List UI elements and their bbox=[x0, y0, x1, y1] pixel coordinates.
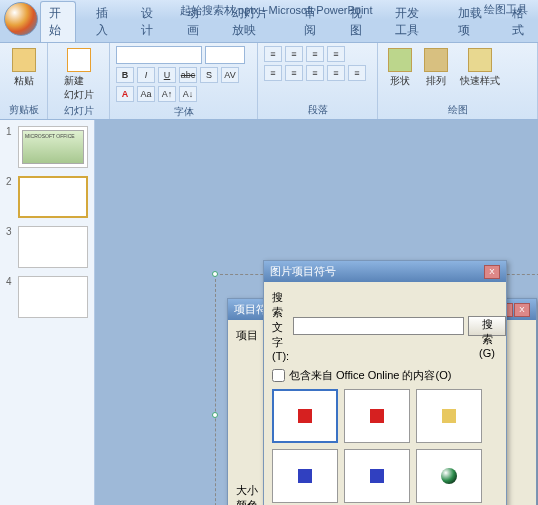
underline-button[interactable]: U bbox=[158, 67, 176, 83]
tab-anim[interactable]: 动画 bbox=[179, 2, 213, 42]
spacing-button[interactable]: AV bbox=[221, 67, 239, 83]
columns-button[interactable]: ≡ bbox=[348, 65, 366, 81]
thumb-2[interactable]: 2 bbox=[6, 176, 88, 218]
bold-button[interactable]: B bbox=[116, 67, 134, 83]
indent-dec-button[interactable]: ≡ bbox=[306, 46, 324, 62]
paste-button[interactable]: 粘贴 bbox=[6, 46, 41, 90]
ribbon-tabs: 开始 插入 设计 动画 幻灯片放映 审阅 视图 开发工具 加载项 格式 bbox=[0, 20, 538, 42]
group-slides: 新建 幻灯片 幻灯片 bbox=[48, 43, 110, 119]
align-center-button[interactable]: ≡ bbox=[285, 65, 303, 81]
square-bullet-icon bbox=[298, 469, 312, 483]
shrink-font-button[interactable]: A↓ bbox=[179, 86, 197, 102]
indent-inc-button[interactable]: ≡ bbox=[327, 46, 345, 62]
thumb-4-img bbox=[18, 276, 88, 318]
tab-dev[interactable]: 开发工具 bbox=[387, 2, 438, 42]
search-label: 搜索文字(T): bbox=[272, 290, 289, 362]
shapes-button[interactable]: 形状 bbox=[384, 46, 416, 90]
font-family-select[interactable] bbox=[116, 46, 202, 64]
thumb-2-img bbox=[18, 176, 88, 218]
tab-insert[interactable]: 插入 bbox=[88, 2, 122, 42]
font-size-select[interactable] bbox=[205, 46, 245, 64]
picture-bullet-title: 图片项目符号 bbox=[270, 264, 336, 279]
grow-font-button[interactable]: A↑ bbox=[158, 86, 176, 102]
bullet-option-5[interactable] bbox=[416, 449, 482, 503]
tab-design[interactable]: 设计 bbox=[133, 2, 167, 42]
quick-styles-button[interactable]: 快速样式 bbox=[456, 46, 504, 90]
square-bullet-icon bbox=[370, 409, 384, 423]
square-bullet-icon bbox=[442, 409, 456, 423]
group-paragraph: ≡ ≡ ≡ ≡ ≡ ≡ ≡ ≡ ≡ 段落 bbox=[258, 43, 378, 119]
bullet-option-3[interactable] bbox=[272, 449, 338, 503]
group-font: B I U abc S AV A Aa A↑ A↓ 字体 bbox=[110, 43, 258, 119]
include-online-label: 包含来自 Office Online 的内容(O) bbox=[289, 368, 451, 383]
bullet-option-2[interactable] bbox=[416, 389, 482, 443]
tab-view[interactable]: 视图 bbox=[342, 2, 376, 42]
bullet-option-4[interactable] bbox=[344, 449, 410, 503]
bullet-option-1[interactable] bbox=[344, 389, 410, 443]
paragraph-label: 段落 bbox=[264, 103, 371, 117]
group-drawing: 形状 排列 快速样式 绘图 bbox=[378, 43, 538, 119]
group-clipboard: 粘贴 剪贴板 bbox=[0, 43, 48, 119]
clipboard-label: 剪贴板 bbox=[6, 103, 41, 117]
shapes-icon bbox=[388, 48, 412, 72]
tab-review[interactable]: 审阅 bbox=[296, 2, 330, 42]
thumb-1[interactable]: 1 MICROSOFT OFFICE bbox=[6, 126, 88, 168]
search-button[interactable]: 搜索(G) bbox=[468, 316, 506, 336]
drawing-label: 绘图 bbox=[384, 103, 531, 117]
italic-button[interactable]: I bbox=[137, 67, 155, 83]
thumb-1-img: MICROSOFT OFFICE bbox=[18, 126, 88, 168]
tab-home[interactable]: 开始 bbox=[40, 1, 76, 42]
tab-slideshow[interactable]: 幻灯片放映 bbox=[224, 2, 284, 42]
ribbon: 粘贴 剪贴板 新建 幻灯片 幻灯片 B I U abc S AV A Aa A↑… bbox=[0, 42, 538, 120]
new-slide-icon bbox=[67, 48, 91, 72]
thumb-3[interactable]: 3 bbox=[6, 226, 88, 268]
justify-button[interactable]: ≡ bbox=[327, 65, 345, 81]
bullets-button[interactable]: ≡ bbox=[264, 46, 282, 62]
square-bullet-icon bbox=[370, 469, 384, 483]
numbering-button[interactable]: ≡ bbox=[285, 46, 303, 62]
change-case-button[interactable]: Aa bbox=[137, 86, 155, 102]
picture-bullet-dialog: 图片项目符号 X 搜索文字(T): 搜索(G) 包含来自 Office Onli… bbox=[263, 260, 507, 505]
picture-bullet-title-bar[interactable]: 图片项目符号 X bbox=[264, 261, 506, 282]
font-label: 字体 bbox=[116, 105, 251, 119]
slides-label: 幻灯片 bbox=[54, 104, 103, 118]
slide-canvas[interactable]: 项目符号和编号 ? X 项目 大小 颜色 重 图片项目符号 X 搜索文字( bbox=[95, 120, 538, 505]
workspace: 1 MICROSOFT OFFICE 2 3 4 项目符号和编号 bbox=[0, 120, 538, 505]
paste-icon bbox=[12, 48, 36, 72]
office-button[interactable] bbox=[4, 2, 38, 36]
thumb-3-img bbox=[18, 226, 88, 268]
square-bullet-icon bbox=[298, 409, 312, 423]
strike-button[interactable]: abc bbox=[179, 67, 197, 83]
back-dialog-close[interactable]: X bbox=[514, 303, 530, 317]
arrange-button[interactable]: 排列 bbox=[420, 46, 452, 90]
shadow-button[interactable]: S bbox=[200, 67, 218, 83]
font-color-button[interactable]: A bbox=[116, 86, 134, 102]
thumb-4[interactable]: 4 bbox=[6, 276, 88, 318]
align-left-button[interactable]: ≡ bbox=[264, 65, 282, 81]
sphere-bullet-icon bbox=[441, 468, 457, 484]
slide-panel[interactable]: 1 MICROSOFT OFFICE 2 3 4 bbox=[0, 120, 95, 505]
bullet-grid bbox=[272, 389, 498, 505]
quick-styles-icon bbox=[468, 48, 492, 72]
align-right-button[interactable]: ≡ bbox=[306, 65, 324, 81]
picture-bullet-close[interactable]: X bbox=[484, 265, 500, 279]
bullet-option-0[interactable] bbox=[272, 389, 338, 443]
search-input[interactable] bbox=[293, 317, 464, 335]
context-tab-label: 绘图工具 bbox=[484, 2, 528, 17]
arrange-icon bbox=[424, 48, 448, 72]
include-online-checkbox[interactable] bbox=[272, 369, 285, 382]
new-slide-button[interactable]: 新建 幻灯片 bbox=[54, 46, 103, 104]
